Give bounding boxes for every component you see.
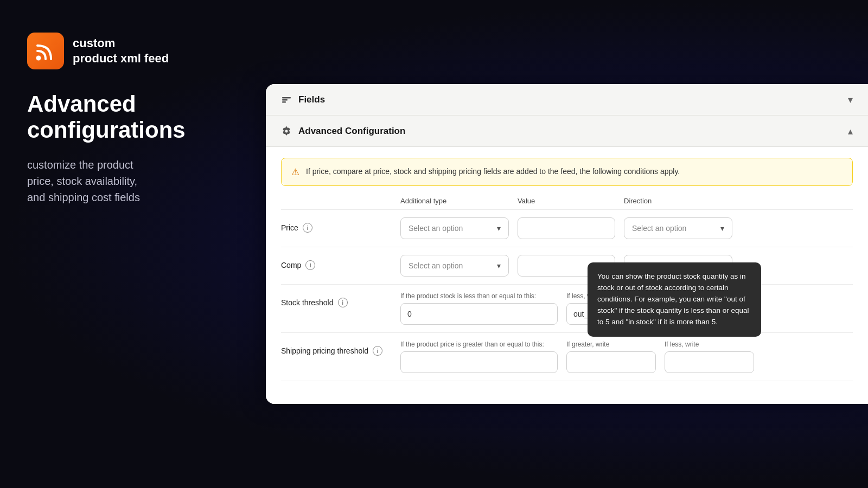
compare-direction-select[interactable]: Select an option ▾ [624,255,732,277]
shipping-threshold-row: Shipping pricing threshold i If the prod… [281,333,853,381]
logo-text: custom product xml feed [73,36,169,66]
compare-additional-type-text: Select an option [409,261,463,270]
adv-header-left: Advanced Configuration [281,126,405,137]
compare-additional-type-select[interactable]: Select an option ▾ [400,255,509,277]
col-header-additional-type: Additional type [400,197,509,205]
svg-point-0 [36,56,41,61]
compare-row: Comp i Select an option ▾ Select an opti… [281,247,853,285]
warning-text: If price, compare at price, stock and sh… [306,166,680,177]
price-direction-select[interactable]: Select an option ▾ [624,217,732,239]
adv-config-section: Advanced Configuration ▴ ⚠ If price, com… [266,115,868,404]
price-direction-chevron: ▾ [720,224,724,233]
sub-text: customize the productprice, stock availa… [27,157,239,206]
shipping-threshold-input[interactable] [400,351,558,373]
fields-chevron-icon: ▾ [848,94,853,106]
fields-section-header[interactable]: Fields ▾ [266,84,868,115]
price-additional-type-select[interactable]: Select an option ▾ [400,217,509,239]
compare-info-icon[interactable]: i [305,260,315,270]
stock-if-less-input[interactable] [566,303,656,325]
shipping-label-col: Shipping pricing threshold i [281,341,400,356]
fields-header-left: Fields [281,94,325,105]
stock-threshold-input[interactable] [400,303,558,325]
shipping-fields: If the product price is greater than or … [400,341,853,373]
price-info-icon[interactable]: i [303,223,312,233]
compare-label-col: Comp i [281,255,400,270]
svg-rect-2 [282,99,288,101]
stock-threshold-row: Stock threshold i If the product stock i… [281,285,853,333]
price-label-col: Price i [281,217,400,233]
compare-fields: Select an option ▾ Select an option ▾ [400,255,853,277]
stock-info-icon[interactable]: i [338,298,348,307]
price-label: Price [281,223,298,232]
compare-direction-text: Select an option [632,261,686,270]
fields-icon [281,94,292,105]
shipping-if-less-input[interactable] [665,351,754,373]
stock-label: Stock threshold [281,298,334,307]
stock-if-greater-label: If greater, write [665,292,754,300]
shipping-label: Shipping pricing threshold [281,346,368,355]
price-direction-text: Select an option [632,224,686,233]
compare-value-input[interactable] [518,255,615,277]
shipping-if-greater-input[interactable] [566,351,656,373]
compare-label: Comp [281,261,301,269]
stock-if-less-label: If less, write [566,292,656,300]
col-header-value: Value [518,197,615,205]
logo-title-line1: custom [73,36,169,50]
main-card: Fields ▾ Advanced Configuration ▴ ⚠ If [266,84,868,404]
price-additional-type-chevron: ▾ [497,224,501,233]
right-panel: Fields ▾ Advanced Configuration ▴ ⚠ If [266,0,868,488]
adv-config-header[interactable]: Advanced Configuration ▴ [266,115,868,147]
main-heading: Advancedconfigurations [27,91,239,144]
compare-additional-type-chevron: ▾ [497,261,501,270]
stock-condition-label: If the product stock is less than or equ… [400,292,558,300]
gear-icon [281,126,292,137]
compare-direction-chevron: ▾ [720,261,724,270]
price-value-input[interactable] [518,217,615,239]
app-logo-icon [27,33,64,69]
price-row: Price i Select an option ▾ Select an opt… [281,210,853,247]
logo-title-line2: product xml feed [73,52,169,66]
logo-area: custom product xml feed [27,33,239,69]
adv-config-title: Advanced Configuration [298,126,405,137]
svg-rect-1 [282,97,291,99]
shipping-if-greater-label: If greater, write [566,341,656,348]
price-fields: Select an option ▾ Select an option ▾ [400,217,853,239]
shipping-condition-label: If the product price is greater than or … [400,341,558,348]
stock-if-greater-input[interactable] [665,303,754,325]
shipping-if-less-label: If less, write [665,341,754,348]
adv-chevron-icon: ▴ [848,125,853,137]
shipping-info-icon[interactable]: i [373,346,382,356]
warning-banner: ⚠ If price, compare at price, stock and … [281,158,853,186]
adv-config-body: ⚠ If price, compare at price, stock and … [266,147,868,404]
stock-label-col: Stock threshold i [281,292,400,307]
col-header-direction: Direction [624,197,732,205]
svg-rect-3 [282,101,286,103]
price-additional-type-text: Select an option [409,224,463,233]
stock-fields: If the product stock is less than or equ… [400,292,853,325]
fields-section-title: Fields [298,94,325,105]
heading-section: Advancedconfigurations customize the pro… [27,91,239,206]
warning-icon: ⚠ [291,166,299,178]
left-panel: custom product xml feed Advancedconfigur… [0,0,266,488]
